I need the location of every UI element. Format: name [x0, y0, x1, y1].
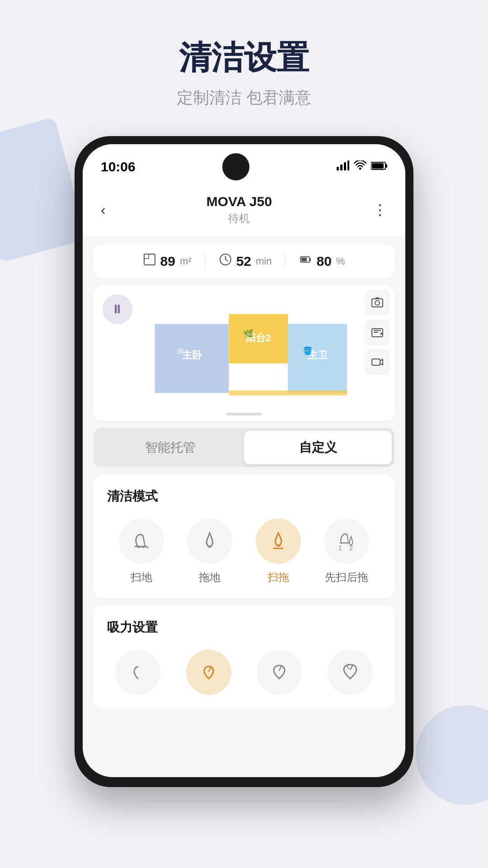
svg-text:2: 2 — [349, 544, 353, 552]
cleaning-mode-section: 清洁模式 扫地 — [94, 474, 394, 598]
status-time: 10:06 — [101, 159, 136, 175]
svg-text:主卧: 主卧 — [182, 349, 202, 361]
device-name: MOVA J50 — [206, 194, 272, 209]
time-stat: 52 min — [206, 253, 286, 269]
svg-rect-13 — [310, 258, 311, 261]
pause-button[interactable]: ⏸ — [103, 294, 132, 324]
standard-icon-circle — [186, 650, 231, 695]
suction-strong[interactable] — [249, 650, 310, 695]
svg-text:⊞: ⊞ — [177, 346, 183, 355]
wifi-icon — [354, 160, 366, 173]
map-actions — [365, 290, 390, 375]
map-scroll-indicator — [226, 413, 262, 415]
tab-smart[interactable]: 智能托管 — [96, 431, 244, 464]
svg-rect-8 — [144, 254, 155, 265]
svg-rect-1 — [340, 165, 343, 170]
signal-icon — [337, 160, 349, 173]
battery-unit: % — [336, 255, 345, 267]
suction-quiet[interactable] — [107, 650, 169, 695]
sweep-then-mop-label: 先扫后拖 — [325, 570, 368, 585]
svg-rect-3 — [347, 160, 349, 170]
svg-rect-26 — [375, 297, 379, 299]
stats-row: 89 m² 52 min 80 % — [94, 244, 394, 278]
status-icons — [337, 160, 387, 173]
suction-options — [107, 650, 381, 695]
status-bar: 10:06 — [83, 144, 405, 185]
mode-sweep-mop[interactable]: 扫拖 — [244, 519, 313, 585]
app-header: ‹ MOVA J50 待机 ⋮ — [83, 185, 405, 237]
svg-point-4 — [359, 168, 361, 170]
svg-rect-12 — [301, 258, 307, 261]
svg-rect-28 — [372, 359, 380, 365]
svg-text:🌿: 🌿 — [244, 329, 253, 339]
bg-decoration-right — [416, 705, 488, 805]
svg-rect-0 — [337, 167, 339, 170]
mode-options: 扫地 拖地 — [107, 519, 381, 585]
svg-text:🪣: 🪣 — [303, 346, 313, 356]
svg-rect-9 — [144, 254, 149, 259]
pause-icon: ⏸ — [111, 302, 124, 316]
mop-label: 拖地 — [199, 570, 221, 585]
strong-icon-circle — [257, 650, 302, 695]
area-stat: 89 m² — [130, 253, 205, 269]
mode-sweep[interactable]: 扫地 — [107, 519, 176, 585]
suction-super[interactable] — [319, 650, 381, 695]
area-value: 89 — [160, 254, 175, 269]
sweep-label: 扫地 — [131, 570, 152, 585]
cleaning-mode-title: 清洁模式 — [107, 488, 381, 505]
battery-stat-icon — [299, 253, 312, 269]
page-subtitle: 定制清洁 包君满意 — [177, 87, 311, 109]
camera-notch — [222, 153, 249, 180]
suction-standard[interactable] — [178, 650, 240, 695]
photo-action-button[interactable] — [365, 290, 390, 315]
page-title: 清洁设置 — [177, 36, 311, 80]
sweep-icon-circle — [119, 519, 164, 564]
phone-frame: 10:06 ‹ MOVA J50 待机 ⋮ — [75, 136, 413, 787]
suction-section: 吸力设置 — [94, 605, 394, 708]
time-icon — [219, 253, 232, 269]
super-icon-circle — [328, 650, 373, 695]
suction-title: 吸力设置 — [107, 619, 381, 636]
time-value: 52 — [236, 254, 251, 269]
sweep-then-mop-icon-circle: 1 2 — [324, 519, 369, 564]
mode-sweep-then-mop[interactable]: 1 2 先扫后拖 — [313, 519, 381, 585]
quiet-icon-circle — [115, 650, 160, 695]
svg-rect-2 — [344, 162, 346, 170]
svg-rect-6 — [372, 163, 384, 169]
page-header: 清洁设置 定制清洁 包君满意 — [177, 36, 311, 109]
battery-stat: 80 % — [286, 253, 358, 269]
edit-action-button[interactable] — [365, 320, 390, 345]
battery-icon — [371, 161, 387, 173]
map-area: 主卧 阳台2 主卫 ⊞ 🌿 🪣 — [139, 294, 358, 403]
map-container: ⏸ 主卧 阳台2 主卫 ⊞ 🌿 🪣 — [94, 285, 394, 421]
more-button[interactable]: ⋮ — [373, 201, 387, 218]
tab-switcher: 智能托管 自定义 — [94, 428, 394, 467]
tab-custom[interactable]: 自定义 — [244, 431, 392, 464]
svg-point-25 — [375, 301, 380, 305]
device-status: 待机 — [206, 211, 272, 226]
video-action-button[interactable] — [365, 349, 390, 375]
mode-mop[interactable]: 拖地 — [176, 519, 244, 585]
sweep-mop-label: 扫拖 — [267, 570, 289, 585]
mop-icon-circle — [187, 519, 232, 564]
svg-rect-24 — [372, 299, 383, 307]
bg-decoration-left — [0, 117, 87, 263]
header-center: MOVA J50 待机 — [206, 194, 272, 226]
battery-value: 80 — [316, 254, 331, 269]
sweep-mop-icon-circle — [256, 519, 301, 564]
svg-rect-23 — [229, 391, 347, 396]
svg-text:1: 1 — [338, 544, 342, 552]
back-button[interactable]: ‹ — [101, 202, 106, 218]
svg-rect-7 — [386, 164, 387, 168]
area-unit: m² — [180, 255, 192, 267]
area-icon — [143, 253, 156, 269]
time-unit: min — [256, 255, 272, 267]
phone-inner: 10:06 ‹ MOVA J50 待机 ⋮ — [83, 144, 405, 777]
